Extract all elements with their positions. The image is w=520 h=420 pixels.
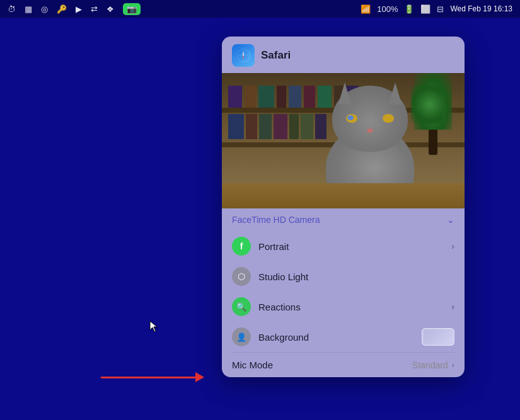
background-label: Background (258, 332, 309, 343)
camera-source-row[interactable]: FaceTime HD Camera ⌄ (222, 208, 465, 231)
annotation-arrow (101, 372, 204, 382)
background-toggle[interactable] (422, 328, 454, 346)
time-machine-icon[interactable]: ⏱ (8, 4, 16, 14)
studio-light-icon: ⬡ (232, 267, 251, 286)
facetime-icon[interactable]: 📷 (123, 3, 141, 15)
background-item[interactable]: 👤 Background (222, 322, 465, 352)
display-icon[interactable]: ⬜ (420, 4, 430, 14)
reactions-chevron-icon: › (451, 302, 454, 312)
portrait-item[interactable]: f Portrait › (222, 231, 465, 261)
menubar: ⏱ ▦ ◎ 🔑 ▶ ⇄ ❖ 📷 📶 100% 🔋 ⬜ ⊟ Wed Feb 19 … (0, 0, 520, 18)
reactions-icon: 🔍 (232, 297, 251, 316)
reactions-left: 🔍 Reactions (232, 297, 301, 316)
mouse-cursor (149, 320, 159, 332)
background-left: 👤 Background (232, 327, 309, 346)
safari-header: Safari (222, 37, 465, 73)
camera-preview (222, 73, 465, 208)
app-title: Safari (261, 49, 291, 62)
menubar-left: ⏱ ▦ ◎ 🔑 ▶ ⇄ ❖ 📷 (8, 3, 141, 15)
battery-icon: 🔋 (404, 4, 414, 14)
reactions-item[interactable]: 🔍 Reactions › (222, 292, 465, 322)
mic-mode-row[interactable]: Mic Mode Standard › (222, 353, 465, 377)
chevron-down-icon: ⌄ (447, 215, 454, 225)
mic-mode-label: Mic Mode (232, 360, 273, 370)
mic-mode-right: Standard › (412, 360, 454, 370)
play-icon[interactable]: ▶ (76, 4, 82, 14)
safari-icon (232, 44, 255, 67)
focus-icon[interactable]: ◎ (41, 4, 48, 14)
reactions-label: Reactions (258, 302, 301, 312)
mirror-icon[interactable]: ⇄ (91, 4, 98, 14)
camera-source-label: FaceTime HD Camera (232, 215, 320, 225)
mic-chevron-icon: › (452, 360, 454, 370)
camera-popup: Safari (222, 37, 465, 377)
key-icon[interactable]: 🔑 (57, 4, 67, 14)
portrait-chevron-icon: › (451, 241, 454, 251)
arrow-line (101, 377, 195, 378)
mission-control-icon[interactable]: ▦ (25, 4, 32, 14)
studio-light-left: ⬡ Studio Light (232, 267, 308, 286)
clock: Wed Feb 19 16:13 (450, 4, 512, 13)
portrait-left: f Portrait (232, 237, 289, 256)
studio-light-label: Studio Light (258, 271, 308, 282)
wifi-icon[interactable]: 📶 (361, 4, 371, 14)
arrow-head (195, 372, 204, 382)
mic-mode-value: Standard (412, 360, 448, 370)
battery-percent: 100% (377, 4, 398, 14)
portrait-icon: f (232, 237, 251, 256)
studio-light-item[interactable]: ⬡ Studio Light (222, 261, 465, 292)
portrait-label: Portrait (258, 241, 289, 252)
menubar-right: 📶 100% 🔋 ⬜ ⊟ Wed Feb 19 16:13 (361, 4, 512, 14)
background-icon: 👤 (232, 327, 251, 346)
layers-icon[interactable]: ❖ (107, 4, 114, 14)
control-center-icon[interactable]: ⊟ (437, 4, 444, 14)
